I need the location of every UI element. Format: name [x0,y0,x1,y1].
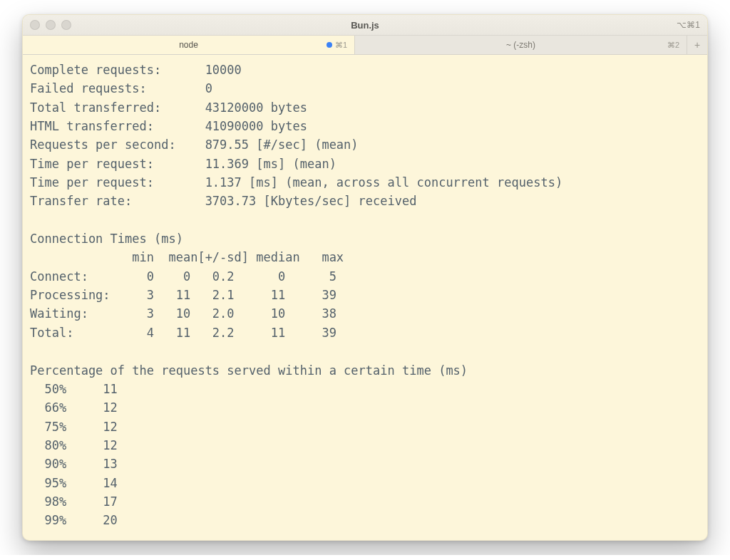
new-tab-button[interactable]: + [687,36,707,54]
zoom-icon[interactable] [61,20,71,30]
traffic-lights [30,20,71,30]
tab-label: ~ (-zsh) [506,40,535,50]
titlebar: Bun.js ⌥⌘1 [23,15,707,36]
plus-icon: + [694,39,700,51]
window-title: Bun.js [23,20,707,31]
terminal-window: Bun.js ⌥⌘1 node ⌘1 ~ (-zsh) ⌘2 + Complet… [22,14,708,541]
tab-badge: ⌘1 [327,41,347,50]
tab-bar: node ⌘1 ~ (-zsh) ⌘2 + [23,36,707,55]
tab-zsh[interactable]: ~ (-zsh) ⌘2 [355,36,687,54]
tab-label: node [179,40,198,50]
unsaved-dot-icon [327,42,332,48]
tab-shortcut: ⌘1 [335,41,347,50]
tab-node[interactable]: node ⌘1 [23,36,355,54]
tab-shortcut: ⌘2 [667,41,679,50]
terminal-output[interactable]: Complete requests: 10000 Failed requests… [23,55,707,540]
window-shortcut-hint: ⌥⌘1 [677,20,700,30]
minimize-icon[interactable] [46,20,56,30]
close-icon[interactable] [30,20,40,30]
tab-badge: ⌘2 [667,41,679,50]
